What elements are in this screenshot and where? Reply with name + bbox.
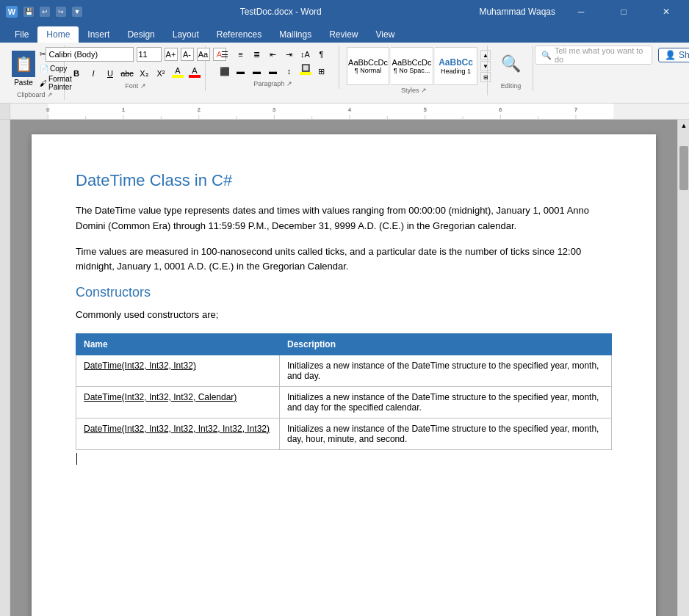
strikethrough-button[interactable]: abc	[120, 66, 134, 81]
svg-text:7: 7	[574, 108, 577, 113]
window-title: TestDoc.docx - Word	[82, 7, 479, 17]
ribbon: File Home Insert Design Layout Reference…	[0, 23, 689, 104]
superscript-button[interactable]: X²	[154, 66, 168, 81]
save-button[interactable]: 💾	[24, 7, 34, 17]
decrease-indent-button[interactable]: ⇤	[266, 47, 281, 62]
word-icon: W	[6, 6, 18, 18]
table-cell-desc-0: Initializes a new instance of the DateTi…	[280, 355, 612, 386]
justify-button[interactable]: ▬	[266, 64, 281, 79]
para-row1: ☰ ≡ ≣ ⇤ ⇥ ↕A ¶	[217, 47, 329, 62]
italic-button[interactable]: I	[86, 66, 101, 81]
tab-references[interactable]: References	[208, 26, 270, 43]
table-cell-desc-1: Initializes a new instance of the DateTi…	[280, 386, 612, 418]
copy-icon: 📄	[40, 65, 48, 73]
search-icon: 🔍	[541, 51, 552, 60]
bullets-button[interactable]: ☰	[217, 47, 232, 62]
font-group: A+ A- Aa A B I U abc X₂ X² A	[66, 46, 206, 91]
tab-layout[interactable]: Layout	[164, 26, 208, 43]
clipboard-label: Clipboard ↗	[12, 91, 58, 98]
shading-button[interactable]: 🔲	[298, 64, 313, 79]
tab-view[interactable]: View	[367, 26, 404, 43]
borders-button[interactable]: ⊞	[314, 64, 329, 79]
line-spacing-button[interactable]: ↕	[282, 64, 297, 79]
paragraph-content: ☰ ≡ ≣ ⇤ ⇥ ↕A ¶ ⬛ ▬ ▬ ▬ ↕ 🔲	[213, 47, 333, 79]
svg-text:6: 6	[499, 108, 502, 113]
constructor-name-1: DateTime(Int32, Int32, Int32, Calendar)	[84, 392, 237, 402]
paste-button[interactable]: 📋 Paste	[12, 48, 35, 89]
text-highlight-color[interactable]: A	[170, 66, 185, 81]
tab-insert[interactable]: Insert	[79, 26, 118, 43]
redo-button[interactable]: ↪	[56, 7, 66, 17]
table-cell-name-2: DateTime(Int32, Int32, Int32, Int32, Int…	[76, 418, 280, 449]
format-painter-icon: 🖌	[40, 79, 47, 87]
ribbon-body: 📋 Paste ✂ Cut 📄 Copy 🖌 Format Painter Cl…	[0, 43, 689, 104]
tab-review[interactable]: Review	[320, 26, 367, 43]
style-heading1[interactable]: AaBbCc Heading 1	[435, 47, 477, 85]
font-row2: B I U abc X₂ X² A A	[69, 66, 202, 81]
scroll-left-margin	[0, 120, 10, 616]
style-normal[interactable]: AaBbCcDc ¶ Normal	[347, 47, 389, 85]
share-button[interactable]: 👤 Share	[658, 48, 689, 62]
svg-text:0: 0	[46, 108, 49, 113]
table-cell-name-0: DateTime(Int32, Int32, Int32)	[76, 355, 280, 386]
tab-mailings[interactable]: Mailings	[270, 26, 320, 43]
table-row: DateTime(Int32, Int32, Int32, Int32, Int…	[76, 418, 612, 449]
font-color-button[interactable]: A	[187, 66, 202, 81]
scroll-thumb[interactable]	[679, 146, 688, 190]
maximize-button[interactable]: □	[607, 0, 641, 23]
font-name-input[interactable]	[46, 47, 134, 62]
subscript-button[interactable]: X₂	[137, 66, 151, 81]
numbered-list-button[interactable]: ≡	[234, 47, 248, 62]
close-button[interactable]: ✕	[649, 0, 683, 23]
share-icon: 👤	[665, 50, 676, 60]
svg-text:4: 4	[348, 108, 351, 113]
scroll-track[interactable]	[678, 131, 689, 616]
title-bar-left: W 💾 ↩ ↪ ▼	[6, 6, 82, 18]
align-center-button[interactable]: ▬	[234, 64, 248, 79]
tell-me-placeholder: Tell me what you want to do	[555, 46, 646, 64]
show-hide-button[interactable]: ¶	[314, 47, 329, 62]
table-row: DateTime(Int32, Int32, Int32) Initialize…	[76, 355, 612, 386]
increase-indent-button[interactable]: ⇥	[282, 47, 297, 62]
font-label: Font ↗	[72, 82, 199, 90]
svg-text:2: 2	[198, 108, 201, 113]
minimize-button[interactable]: ─	[564, 0, 598, 23]
table-cell-desc-2: Initializes a new instance of the DateTi…	[280, 418, 612, 449]
tab-file[interactable]: File	[6, 26, 37, 43]
align-right-button[interactable]: ▬	[250, 64, 264, 79]
search-icon[interactable]: 🔍	[494, 47, 528, 81]
sort-button[interactable]: ↕A	[298, 47, 313, 62]
font-row1: A+ A- Aa A	[46, 47, 226, 62]
multilevel-list-button[interactable]: ≣	[250, 47, 264, 62]
font-size-input[interactable]	[137, 47, 162, 62]
font-shrink-button[interactable]: A-	[181, 48, 194, 61]
tell-me-input[interactable]: 🔍 Tell me what you want to do	[535, 46, 652, 65]
styles-list: AaBbCcDc ¶ Normal AaBbCcDc ¶ No Spac... …	[347, 47, 477, 85]
quick-access-more[interactable]: ▼	[72, 7, 82, 17]
styles-content: AaBbCcDc ¶ Normal AaBbCcDc ¶ No Spac... …	[347, 47, 481, 85]
align-left-button[interactable]: ⬛	[217, 64, 232, 79]
undo-button[interactable]: ↩	[40, 7, 50, 17]
svg-text:1: 1	[122, 108, 125, 113]
paragraph2: Time values are measured in 100-nanoseco…	[76, 244, 612, 275]
vertical-scrollbar[interactable]: ▲ ▼	[677, 120, 689, 616]
section-para: Commonly used constructors are;	[76, 308, 612, 323]
tab-home[interactable]: Home	[37, 26, 79, 43]
document-page: DateTime Class in C# The DateTime value …	[32, 134, 656, 616]
paste-icon: 📋	[12, 51, 35, 77]
font-grow-button[interactable]: A+	[165, 48, 178, 61]
ruler-corner	[0, 104, 10, 119]
constructor-name-0: DateTime(Int32, Int32, Int32)	[84, 360, 196, 371]
tab-design[interactable]: Design	[118, 26, 163, 43]
table-header-row: Name Description	[76, 333, 612, 355]
font-content: A+ A- Aa A B I U abc X₂ X² A	[72, 47, 199, 81]
table-header-description: Description	[280, 333, 612, 355]
underline-button[interactable]: U	[103, 66, 118, 81]
styles-group: AaBbCcDc ¶ Normal AaBbCcDc ¶ No Spac... …	[341, 46, 488, 95]
style-no-spacing[interactable]: AaBbCcDc ¶ No Spac...	[391, 47, 433, 85]
table-row: DateTime(Int32, Int32, Int32, Calendar) …	[76, 386, 612, 418]
scroll-up-arrow[interactable]: ▲	[678, 120, 689, 131]
editing-content: 🔍	[495, 47, 527, 81]
bold-button[interactable]: B	[69, 66, 84, 81]
document-main[interactable]: DateTime Class in C# The DateTime value …	[10, 120, 677, 616]
